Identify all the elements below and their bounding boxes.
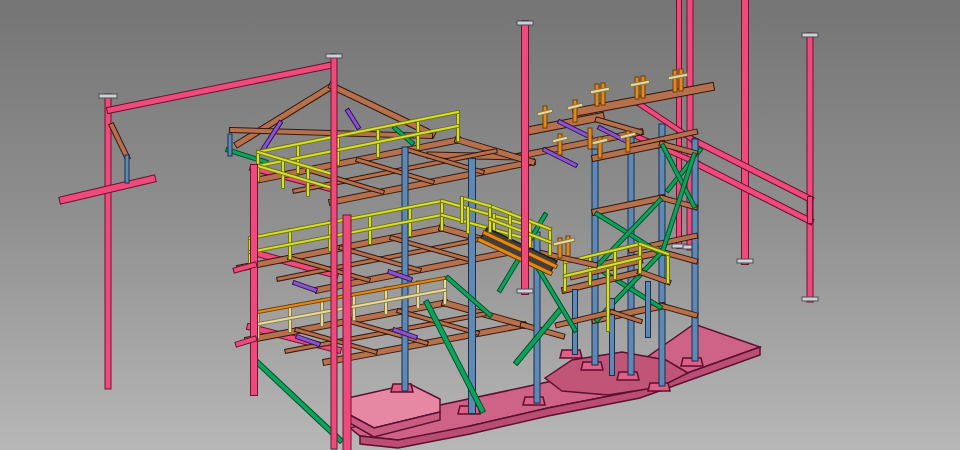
wall-brace [258,363,340,440]
footing [560,350,582,358]
cad-model-canvas[interactable] [0,0,960,450]
left-portal-diagonal [112,126,127,157]
tower-beam [662,306,695,315]
cad-3d-viewport[interactable] [0,0,960,450]
roof-brace [348,111,358,127]
